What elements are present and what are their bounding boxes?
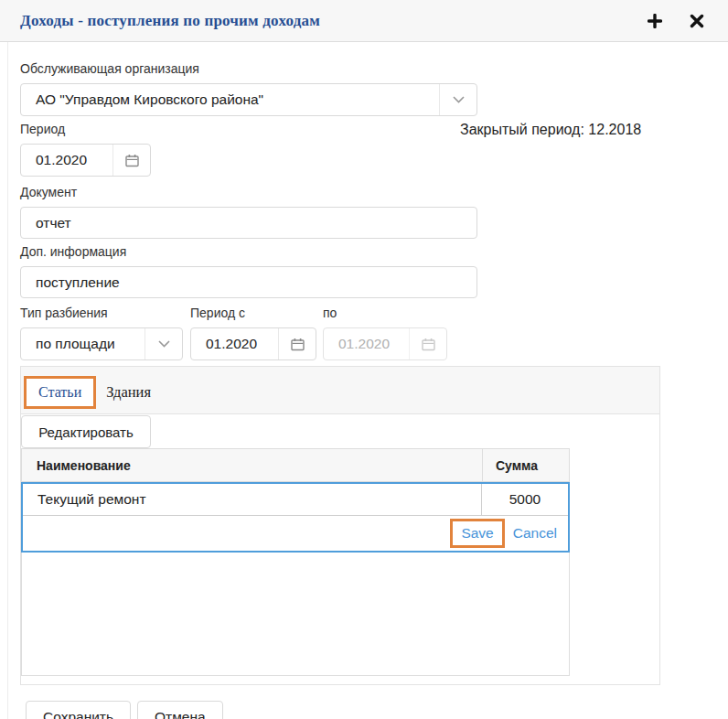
period-from-datepicker[interactable]: 01.2020 bbox=[190, 327, 316, 360]
calendar-icon[interactable] bbox=[278, 328, 316, 360]
edit-actions-row: Save Cancel bbox=[23, 516, 568, 551]
edit-button[interactable]: Редактировать bbox=[21, 415, 151, 448]
tab-container: Статьи Здания Редактировать Наименование… bbox=[20, 366, 660, 685]
table-row[interactable]: Текущий ремонт 5000 bbox=[23, 484, 568, 516]
org-select[interactable]: АО "Управдом Кировского района" bbox=[20, 83, 477, 116]
add-icon[interactable] bbox=[648, 14, 662, 28]
split-type-value: по площади bbox=[21, 336, 145, 352]
extra-info-label: Доп. информация bbox=[20, 244, 728, 259]
tab-zdaniya[interactable]: Здания bbox=[106, 376, 151, 402]
split-type-label: Тип разбиения bbox=[20, 306, 183, 320]
period-value: 01.2020 bbox=[21, 152, 112, 168]
cancel-button[interactable]: Отмена bbox=[137, 701, 223, 719]
calendar-icon[interactable] bbox=[112, 145, 150, 176]
items-table: Наименование Сумма Текущий ремонт 5000 S… bbox=[21, 448, 570, 676]
org-label: Обслуживающая организация bbox=[20, 61, 728, 76]
period-to-datepicker: 01.2020 bbox=[323, 327, 447, 360]
period-to-label: по bbox=[323, 306, 447, 320]
org-select-value: АО "Управдом Кировского района" bbox=[21, 91, 439, 108]
tab-zdaniya-label: Здания bbox=[106, 383, 151, 401]
tabstrip: Статьи Здания bbox=[21, 367, 659, 414]
table-header-row: Наименование Сумма bbox=[21, 448, 570, 482]
split-type-select[interactable]: по площади bbox=[20, 327, 183, 360]
period-datepicker[interactable]: 01.2020 bbox=[20, 144, 151, 177]
dialog-footer: Сохранить Отмена bbox=[20, 701, 728, 719]
document-label: Документ bbox=[20, 185, 728, 199]
tab-stati-label: Статьи bbox=[38, 384, 81, 401]
period-from-value: 01.2020 bbox=[191, 336, 278, 352]
period-range-controls: по площади 01.2020 01.2020 bbox=[20, 327, 728, 360]
column-header-sum[interactable]: Сумма bbox=[482, 449, 569, 481]
closed-period-text: Закрытый период: 12.2018 bbox=[460, 122, 641, 138]
period-from-label: Период с bbox=[190, 306, 316, 320]
tab-content: Редактировать Наименование Сумма Текущий… bbox=[21, 414, 659, 684]
document-input[interactable]: отчет bbox=[20, 207, 477, 239]
titlebar-actions bbox=[648, 14, 704, 28]
dialog-titlebar: Доходы - поступления по прочим доходам bbox=[0, 0, 728, 42]
calendar-icon bbox=[409, 328, 446, 360]
chevron-down-icon[interactable] bbox=[145, 328, 182, 360]
close-icon[interactable] bbox=[690, 14, 704, 28]
dialog-body: Закрытый период: 12.2018 Обслуживающая о… bbox=[0, 61, 728, 719]
dialog-title: Доходы - поступления по прочим доходам bbox=[20, 12, 320, 30]
chevron-down-icon[interactable] bbox=[439, 84, 476, 115]
cancel-link[interactable]: Cancel bbox=[513, 525, 557, 542]
column-header-name[interactable]: Наименование bbox=[22, 449, 482, 481]
cell-name[interactable]: Текущий ремонт bbox=[23, 484, 482, 515]
income-dialog: Доходы - поступления по прочим доходам З… bbox=[0, 0, 728, 719]
save-link[interactable]: Save bbox=[450, 519, 504, 548]
extra-info-input[interactable]: поступление bbox=[20, 266, 477, 298]
row-edit-area: Текущий ремонт 5000 Save Cancel bbox=[21, 482, 570, 553]
period-to-value: 01.2020 bbox=[324, 336, 409, 352]
tab-stati[interactable]: Статьи bbox=[24, 376, 96, 409]
save-button[interactable]: Сохранить bbox=[26, 701, 131, 719]
cell-sum[interactable]: 5000 bbox=[482, 484, 568, 515]
table-empty-area bbox=[21, 553, 570, 676]
period-range-labels: Тип разбиения Период с по bbox=[20, 306, 728, 320]
